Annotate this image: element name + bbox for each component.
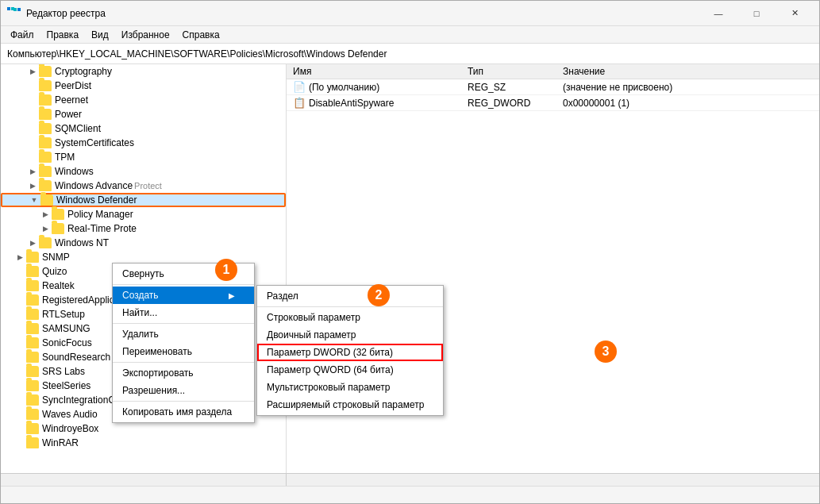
- reg-value-cell: 0x00000001 (1): [556, 95, 819, 111]
- close-button[interactable]: ✕: [776, 1, 813, 26]
- tree-item-windroye[interactable]: WindroyeBox: [1, 421, 286, 436]
- cm-item-export[interactable]: Экспортировать: [113, 364, 254, 382]
- tree-item-windows-nt[interactable]: ▶ Windows NT: [1, 236, 286, 250]
- expand-icon: ▶: [13, 251, 26, 264]
- tree-label: Windows NT: [55, 237, 109, 248]
- expand-icon: [13, 294, 26, 306]
- expand-icon: [26, 137, 39, 149]
- sub-item-multistring[interactable]: Мультистроковый параметр: [257, 379, 443, 396]
- tree-item-realtime[interactable]: ▶ Real-Time Prote: [1, 221, 286, 236]
- menu-file[interactable]: Файл: [4, 28, 40, 42]
- reg-dword-icon: 📋: [293, 97, 306, 109]
- col-value: Значение: [556, 64, 819, 79]
- registry-table: Имя Тип Значение 📄 (По умолчанию) R: [287, 64, 819, 111]
- cm-item-create[interactable]: Создать ▶: [113, 287, 254, 304]
- cm-item-delete[interactable]: Удалить: [113, 325, 254, 343]
- sub-item-dword[interactable]: Параметр DWORD (32 бита): [257, 344, 443, 361]
- window-controls: — □ ✕: [700, 1, 813, 26]
- cm-item-copy-name[interactable]: Копировать имя раздела: [113, 403, 254, 421]
- tree-item-winrar[interactable]: WinRAR: [1, 436, 286, 450]
- tree-item-peernet[interactable]: Peernet: [1, 93, 286, 107]
- expand-icon: [26, 151, 39, 164]
- folder-icon: [26, 266, 39, 277]
- tree-item-cryptography[interactable]: ▶ Cryptography: [1, 64, 286, 79]
- sub-item-qword[interactable]: Параметр QWORD (64 бита): [257, 361, 443, 379]
- folder-icon: [39, 152, 52, 163]
- folder-icon: [26, 352, 39, 363]
- separator: [113, 362, 254, 363]
- col-type: Тип: [461, 64, 556, 79]
- address-path: Компьютер\HKEY_LOCAL_MACHINE\SOFTWARE\Po…: [7, 48, 387, 60]
- reg-default-icon: 📄: [293, 81, 306, 93]
- folder-icon: [52, 209, 64, 220]
- folder-icon: [39, 166, 52, 177]
- tree-item-windows[interactable]: ▶ Windows: [1, 164, 286, 179]
- expand-icon: ▼: [28, 194, 40, 206]
- tree-label: Cryptography: [55, 66, 112, 77]
- tree-item-policy-manager[interactable]: ▶ Policy Manager: [1, 207, 286, 221]
- tree-label: WinRAR: [42, 437, 79, 448]
- expand-icon: [13, 279, 26, 292]
- menu-view[interactable]: Вид: [85, 28, 115, 42]
- folder-icon: [26, 423, 39, 434]
- cm-item-permissions[interactable]: Разрешения...: [113, 382, 254, 399]
- badge-2: 2: [368, 284, 390, 306]
- tree-label: SQMClient: [55, 123, 101, 134]
- expand-icon: [13, 265, 26, 278]
- menu-help[interactable]: Справка: [176, 28, 226, 42]
- folder-icon: [39, 180, 52, 191]
- tree-label: SystemCertificates: [55, 137, 134, 148]
- separator: [113, 284, 254, 285]
- sub-item-binary[interactable]: Двоичный параметр: [257, 326, 443, 344]
- expand-icon: [13, 394, 26, 406]
- sub-item-expandstring[interactable]: Расширяемый строковый параметр: [257, 396, 443, 414]
- minimize-button[interactable]: —: [700, 1, 737, 26]
- tree-label: SoundResearch: [42, 352, 110, 363]
- reg-name-cell: 📋 DisableAntiSpyware: [287, 95, 461, 111]
- horizontal-scrollbar-row: [1, 473, 819, 486]
- tree-item-power[interactable]: Power: [1, 107, 286, 121]
- expand-icon: ▶: [26, 237, 39, 249]
- context-menu: Свернуть Создать ▶ Найти... Удалить Пере…: [112, 263, 255, 423]
- separator: [113, 323, 254, 324]
- sub-item-string[interactable]: Строковый параметр: [257, 309, 443, 326]
- submenu-arrow: ▶: [229, 291, 235, 300]
- badge-1: 1: [215, 259, 237, 281]
- maximize-button[interactable]: □: [738, 1, 775, 26]
- main-content: ▶ Cryptography PeerDist Peernet: [1, 64, 819, 473]
- expand-icon: [13, 437, 26, 449]
- expand-icon: [13, 408, 26, 421]
- tree-item-systemcerts[interactable]: SystemCertificates: [1, 136, 286, 150]
- separator: [113, 401, 254, 402]
- tree-item-tpm[interactable]: TPM: [1, 150, 286, 164]
- expand-icon: [13, 351, 26, 364]
- tree-label: SonicFocus: [42, 337, 92, 348]
- sub-item-section[interactable]: Раздел: [257, 287, 443, 305]
- right-scrollbar[interactable]: [287, 474, 819, 486]
- folder-icon: [39, 237, 52, 248]
- folder-icon: [26, 437, 39, 448]
- tree-label: Realtek: [42, 280, 75, 291]
- table-row[interactable]: 📋 DisableAntiSpyware REG_DWORD 0x0000000…: [287, 95, 819, 111]
- tree-label: Policy Manager: [67, 209, 133, 220]
- tree-item-windows-advance[interactable]: ▶ Windows Advance Protect: [1, 179, 286, 193]
- cm-item-rename[interactable]: Переименовать: [113, 343, 254, 360]
- tree-label: SAMSUNG: [42, 323, 90, 334]
- menu-favorites[interactable]: Избранное: [115, 28, 176, 42]
- tree-scrollbar[interactable]: [1, 474, 287, 486]
- table-row[interactable]: 📄 (По умолчанию) REG_SZ (значение не при…: [287, 79, 819, 95]
- tree-label: PeerDist: [55, 80, 91, 91]
- window-title: Редактор реестра: [26, 8, 700, 19]
- tree-label: Windows Defender: [56, 194, 137, 206]
- menu-edit[interactable]: Правка: [40, 28, 86, 42]
- folder-icon: [39, 137, 52, 148]
- tree-item-sqmclient[interactable]: SQMClient: [1, 121, 286, 136]
- cm-item-find[interactable]: Найти...: [113, 304, 254, 321]
- tree-label: Power: [55, 109, 82, 120]
- tree-item-peerdist[interactable]: PeerDist: [1, 79, 286, 93]
- folder-icon: [26, 337, 39, 348]
- expand-icon: ▶: [39, 208, 52, 221]
- folder-icon: [39, 80, 52, 91]
- expand-icon: ▶: [26, 179, 39, 192]
- tree-item-windows-defender[interactable]: ▼ Windows Defender: [1, 193, 286, 207]
